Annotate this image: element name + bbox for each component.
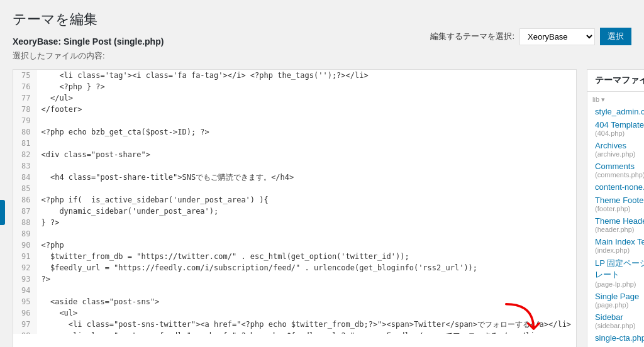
line-number: 83	[13, 160, 36, 172]
line-content: ?>	[36, 273, 576, 285]
file-item-name: style_admin.css	[595, 107, 644, 116]
sidebar-lib-section: lib ▾ style_admin.css404 Template(404.ph…	[587, 92, 644, 347]
file-item-name: single-cta.php	[595, 333, 644, 343]
sidebar-file-item[interactable]: single-cta.php	[592, 331, 644, 344]
line-content: <?php if( is_active_sidebar('under_post_…	[36, 194, 576, 206]
file-item-filename: (sidebar.php)	[595, 322, 644, 329]
code-editor[interactable]: 75 <li class='tag'><i class='fa fa-tag'>…	[13, 69, 577, 347]
file-item-filename: (comments.php)	[595, 171, 644, 179]
sidebar-file-item[interactable]: Theme Header(header.php)	[592, 214, 644, 235]
blue-tab	[0, 200, 5, 225]
code-line: 89	[13, 228, 576, 240]
sidebar-file-item[interactable]: single-lp.php	[592, 344, 644, 347]
line-number: 78	[13, 104, 36, 115]
file-item-name: Main Index Template	[595, 237, 644, 246]
file-item-name: Theme Header	[595, 216, 644, 226]
line-content: <div class="post-share">	[36, 149, 576, 160]
code-line: 96 <ul>	[13, 307, 576, 319]
sidebar-file-item[interactable]: 404 Template(404.php)	[592, 118, 644, 139]
line-content	[36, 115, 576, 126]
line-number: 98	[13, 330, 36, 334]
code-line: 81	[13, 138, 576, 149]
line-content: } ?>	[36, 217, 576, 228]
line-content: <ul>	[36, 307, 576, 319]
line-number: 91	[13, 251, 36, 262]
line-content	[36, 160, 576, 172]
line-number: 90	[13, 240, 36, 251]
sidebar-file-item[interactable]: LP 固定ページテンプレート(page-lp.php)	[592, 256, 644, 290]
line-content: </ul>	[36, 92, 576, 104]
line-number: 89	[13, 228, 36, 240]
line-content: <?php	[36, 240, 576, 251]
line-number: 75	[13, 70, 36, 81]
file-item-name: content-none.php	[595, 182, 644, 192]
line-content: dynamic_sidebar('under_post_area');	[36, 206, 576, 217]
line-content: <?php echo bzb_get_cta($post->ID); ?>	[36, 126, 576, 138]
sidebar-file-item[interactable]: Main Index Template(index.php)	[592, 235, 644, 256]
sidebar-file-item[interactable]: Comments(comments.php)	[592, 160, 644, 180]
file-item-name: Archives	[595, 141, 644, 150]
file-item-filename: (archive.php)	[595, 150, 644, 158]
line-content: </footer>	[36, 104, 576, 115]
code-line: 75 <li class='tag'><i class='fa fa-tag'>…	[13, 70, 576, 81]
theme-files-sidebar: テーマファイル lib ▾ style_admin.css404 Templat…	[587, 69, 644, 347]
file-item-name: Single Page	[595, 292, 644, 301]
file-item-name: 404 Template	[595, 120, 644, 129]
file-item-filename: (footer.php)	[595, 205, 644, 212]
code-line: 93?>	[13, 273, 576, 285]
code-line: 92 $feedly_url = "https://feedly.com/i/s…	[13, 262, 576, 273]
code-line: 94	[13, 285, 576, 296]
code-line: 83	[13, 160, 576, 172]
file-item-filename: (page.php)	[595, 301, 644, 309]
line-content: <aside class="post-sns">	[36, 296, 576, 307]
line-number: 85	[13, 183, 36, 194]
page-title: テーマを編集	[13, 10, 631, 29]
code-line: 79	[13, 115, 576, 126]
file-item-name: Sidebar	[595, 312, 644, 322]
line-number: 92	[13, 262, 36, 273]
code-line: 97 <li class="post-sns-twitter"><a href=…	[13, 319, 576, 330]
theme-select-button[interactable]: 選択	[600, 28, 631, 45]
line-number: 87	[13, 206, 36, 217]
code-line: 78</footer>	[13, 104, 576, 115]
code-line: 87 dynamic_sidebar('under_post_area');	[13, 206, 576, 217]
line-content: <h4 class="post-share-title">SNSでもご購読できま…	[36, 172, 576, 183]
sidebar-file-list: lib ▾ style_admin.css404 Template(404.ph…	[587, 91, 644, 347]
line-number: 82	[13, 149, 36, 160]
code-line: 77 </ul>	[13, 92, 576, 104]
file-item-filename: (404.php)	[595, 129, 644, 137]
sidebar-file-item[interactable]: style_admin.css	[592, 105, 644, 118]
sidebar-file-item[interactable]: Theme Footer(footer.php)	[592, 194, 644, 214]
sidebar-file-item[interactable]: Archives(archive.php)	[592, 139, 644, 160]
line-content: <li class='tag'><i class='fa fa-tag'></i…	[36, 70, 576, 81]
line-number: 93	[13, 273, 36, 285]
theme-select[interactable]: XeoryBase	[519, 28, 595, 45]
line-number: 88	[13, 217, 36, 228]
line-content: <li class="post-sns-feedly"><a href="<?p…	[36, 330, 576, 334]
line-number: 76	[13, 81, 36, 92]
file-item-name: Theme Footer	[595, 196, 644, 205]
file-label: 選択したファイルの内容:	[13, 50, 631, 62]
code-line: 90<?php	[13, 240, 576, 251]
line-number: 94	[13, 285, 36, 296]
file-item-filename: (header.php)	[595, 226, 644, 233]
code-scroll-area[interactable]: 75 <li class='tag'><i class='fa fa-tag'>…	[13, 70, 576, 334]
line-content	[36, 228, 576, 240]
line-content: <li class="post-sns-twitter"><a href="<?…	[36, 319, 576, 330]
line-number: 79	[13, 115, 36, 126]
code-line: 95 <aside class="post-sns">	[13, 296, 576, 307]
code-line: 98 <li class="post-sns-feedly"><a href="…	[13, 330, 576, 334]
line-number: 96	[13, 307, 36, 319]
file-item-name: Comments	[595, 162, 644, 171]
line-content: $feedly_url = "https://feedly.com/i/subs…	[36, 262, 576, 273]
sidebar-file-item[interactable]: Sidebar(sidebar.php)	[592, 311, 644, 331]
line-content: $twitter_from_db = "https://twitter.com/…	[36, 251, 576, 262]
code-line: 86<?php if( is_active_sidebar('under_pos…	[13, 194, 576, 206]
code-line: 76 <?php } ?>	[13, 81, 576, 92]
file-item-filename: (page-lp.php)	[595, 280, 644, 288]
line-number: 95	[13, 296, 36, 307]
lib-label: lib ▾	[592, 93, 644, 105]
sidebar-file-item[interactable]: content-none.php	[592, 180, 644, 194]
line-number: 84	[13, 172, 36, 183]
sidebar-file-item[interactable]: Single Page(page.php)	[592, 290, 644, 311]
